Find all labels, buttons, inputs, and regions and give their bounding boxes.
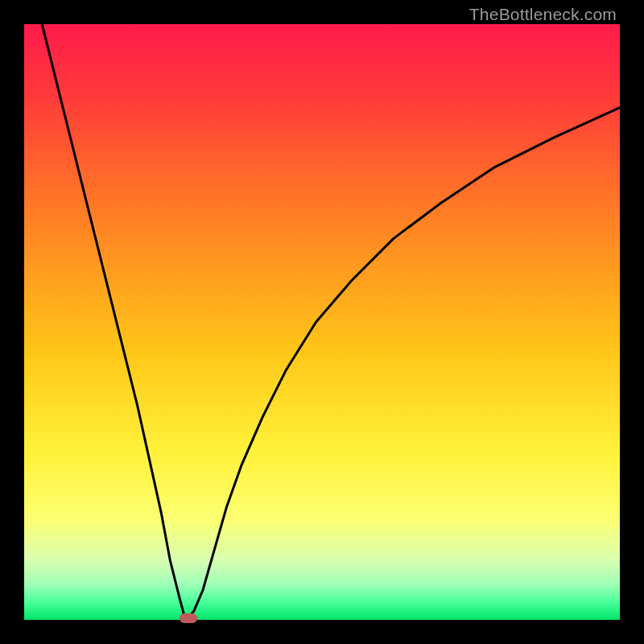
minimum-marker — [180, 613, 197, 623]
watermark-label: TheBottleneck.com — [469, 5, 617, 24]
plot-area — [24, 24, 620, 620]
chart-container: TheBottleneck.com — [0, 0, 644, 644]
bottleneck-curve — [24, 24, 620, 620]
